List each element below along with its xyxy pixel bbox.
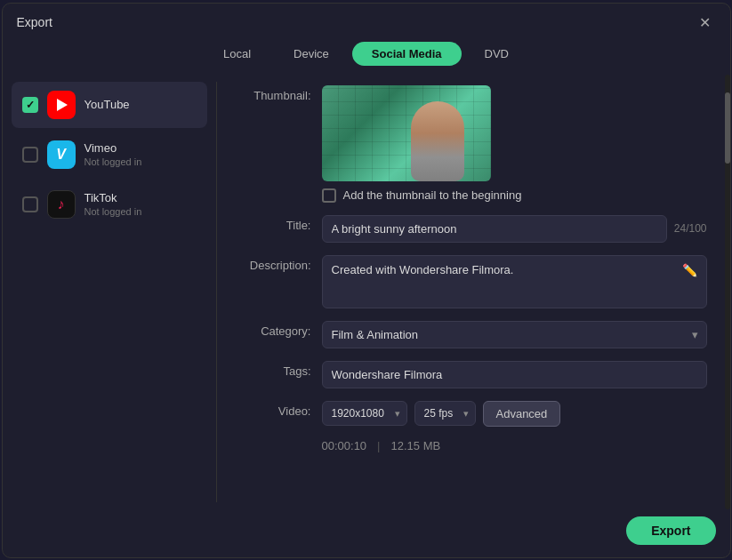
platform-item-tiktok[interactable]: ♪ TikTok Not logged in: [12, 181, 207, 228]
tab-bar: Local Device Social Media DVD: [3, 38, 730, 75]
advanced-button[interactable]: Advanced: [483, 401, 561, 427]
sidebar: YouTube V Vimeo Not logged in ♪: [3, 75, 216, 509]
description-area[interactable]: Created with Wondershare Filmora. ✏️: [322, 255, 707, 308]
thumbnail-label: Thumbnail:: [231, 85, 311, 102]
resolution-select[interactable]: 1920x1080 1280x720 854x480: [322, 401, 407, 426]
add-thumbnail-row: Add the thumbnail to the beginning: [322, 188, 707, 203]
tiktok-sub: Not logged in: [84, 206, 142, 217]
video-row: Video: 1920x1080 1280x720 854x480 25 fps…: [231, 401, 707, 427]
youtube-name: YouTube: [84, 98, 130, 111]
tab-local[interactable]: Local: [204, 42, 270, 66]
export-button[interactable]: Export: [626, 516, 715, 545]
add-thumbnail-checkbox[interactable]: [322, 188, 336, 203]
thumbnail-area: Add the thumbnail to the beginning: [322, 85, 707, 203]
youtube-checkbox[interactable]: [22, 97, 38, 113]
description-text: Created with Wondershare Filmora.: [332, 263, 682, 276]
ai-icon[interactable]: ✏️: [682, 263, 697, 277]
thumbnail-wall: [322, 85, 491, 181]
vimeo-sub: Not logged in: [84, 156, 142, 167]
title-input[interactable]: [322, 215, 667, 243]
title-bar: Export ✕: [3, 4, 730, 38]
tiktok-name: TikTok: [84, 191, 142, 204]
scrollbar-thumb[interactable]: [725, 92, 730, 164]
youtube-logo: [47, 91, 76, 119]
tiktok-checkbox[interactable]: [22, 196, 38, 212]
scrollbar-track[interactable]: [725, 75, 730, 509]
thumbnail-image[interactable]: [322, 85, 491, 181]
tab-device[interactable]: Device: [274, 42, 349, 66]
duration: 00:00:10: [322, 439, 367, 452]
footer: Export: [3, 509, 730, 557]
tags-label: Tags:: [231, 361, 311, 378]
stats-separator: |: [377, 439, 380, 452]
thumbnail-person: [411, 101, 464, 181]
description-label: Description:: [231, 255, 311, 272]
platform-item-vimeo[interactable]: V Vimeo Not logged in: [12, 132, 207, 178]
export-dialog: Export ✕ Local Device Social Media DVD Y…: [2, 3, 731, 558]
vimeo-name: Vimeo: [84, 141, 142, 155]
file-size: 12.15 MB: [391, 439, 441, 452]
vimeo-logo: V: [47, 140, 76, 169]
title-label: Title:: [231, 215, 311, 232]
close-button[interactable]: ✕: [694, 12, 716, 33]
main-content: YouTube V Vimeo Not logged in ♪: [3, 75, 730, 509]
add-thumbnail-text: Add the thumbnail to the beginning: [343, 188, 522, 202]
tab-dvd[interactable]: DVD: [465, 42, 528, 66]
category-select[interactable]: Film & Animation Education Entertainment…: [322, 321, 707, 348]
tiktok-logo: ♪: [47, 190, 76, 219]
category-label: Category:: [231, 321, 311, 338]
vimeo-icon: V: [56, 147, 66, 163]
youtube-play-icon: [57, 99, 68, 111]
right-panel: Thumbnail: Add the thumbnail to the begi…: [217, 75, 725, 509]
tiktok-icon: ♪: [58, 196, 65, 212]
title-row: Title: 24/100: [231, 215, 707, 243]
description-row: Description: Created with Wondershare Fi…: [231, 255, 707, 308]
tags-row: Tags:: [231, 361, 707, 388]
platform-item-youtube[interactable]: YouTube: [12, 82, 207, 128]
thumbnail-row: Thumbnail: Add the thumbnail to the begi…: [231, 85, 707, 203]
category-row: Category: Film & Animation Education Ent…: [231, 321, 707, 348]
fps-select[interactable]: 25 fps 30 fps 60 fps: [414, 401, 476, 426]
char-count: 24/100: [674, 222, 707, 235]
vimeo-checkbox[interactable]: [22, 147, 38, 163]
tab-social-media[interactable]: Social Media: [352, 42, 462, 66]
video-label: Video:: [231, 401, 311, 418]
tags-input[interactable]: [322, 361, 707, 388]
dialog-title: Export: [17, 15, 52, 29]
stats-row: 00:00:10 | 12.15 MB: [231, 439, 707, 452]
